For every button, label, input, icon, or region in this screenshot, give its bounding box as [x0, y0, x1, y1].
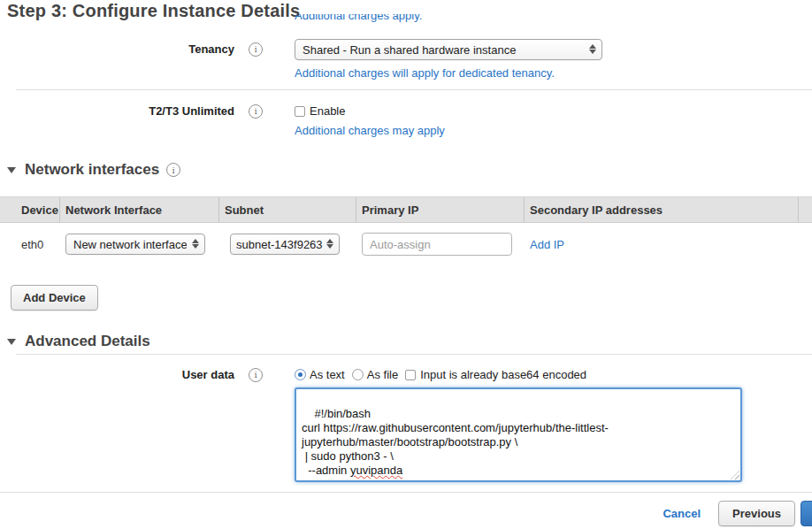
info-icon[interactable]: i [249, 368, 263, 382]
footer-bar: Cancel Previous [0, 501, 812, 526]
enable-checkbox-row[interactable]: Enable [295, 104, 345, 118]
as-file-label: As file [367, 368, 398, 381]
col-header-secondary-ip: Secondary IP addresses [525, 197, 799, 222]
enable-checkbox[interactable] [295, 106, 305, 117]
cancel-link[interactable]: Cancel [663, 507, 701, 520]
dedicated-tenancy-charges-link[interactable]: Additional charges will apply for dedica… [295, 66, 555, 80]
tenancy-row: Tenancy i Shared - Run a shared hardware… [0, 39, 812, 80]
network-interface-select-value: New network interface [66, 234, 187, 251]
base64-option[interactable]: Input is already base64 encoded [405, 368, 586, 381]
user-data-script: #!/bin/bash curl https://raw.githubuserc… [302, 407, 609, 463]
tenancy-select-value: Shared - Run a shared hardware instance [295, 40, 601, 57]
base64-label: Input is already base64 encoded [420, 368, 586, 381]
as-text-radio[interactable] [295, 369, 306, 380]
as-file-radio[interactable] [352, 369, 364, 380]
as-text-option[interactable]: As text [295, 368, 345, 381]
user-data-admin-prefix: --admin [302, 464, 350, 477]
advanced-details-section-header[interactable]: Advanced Details [7, 333, 157, 350]
tenancy-select[interactable]: Shared - Run a shared hardware instance [295, 39, 602, 60]
user-data-textarea[interactable]: #!/bin/bash curl https://raw.githubuserc… [295, 387, 742, 482]
divider [16, 354, 812, 355]
as-file-option[interactable]: As file [352, 368, 398, 381]
network-interface-select[interactable]: New network interface [65, 234, 205, 255]
select-stepper-icon [326, 238, 333, 249]
user-data-row: User data i As text As file Input is alr… [0, 364, 812, 382]
previous-button[interactable]: Previous [718, 501, 795, 526]
add-device-button[interactable]: Add Device [11, 285, 98, 310]
as-text-label: As text [310, 368, 345, 381]
enable-checkbox-label: Enable [310, 104, 345, 118]
collapse-triangle-icon[interactable] [7, 167, 16, 173]
info-icon[interactable]: i [249, 104, 263, 119]
col-header-primary-ip: Primary IP [356, 197, 525, 222]
device-cell: eth0 [16, 238, 60, 251]
subnet-select-value: subnet-143f9263 [231, 234, 339, 251]
base64-checkbox[interactable] [405, 370, 416, 380]
subnet-select[interactable]: subnet-143f9263 [230, 234, 340, 255]
select-stepper-icon [191, 238, 199, 249]
resize-grip-icon[interactable] [731, 471, 739, 479]
user-data-label: User data [182, 368, 234, 381]
info-icon[interactable]: i [249, 42, 263, 57]
configure-instance-page: Step 3: Configure Instance Details Addit… [0, 0, 812, 529]
advanced-details-title: Advanced Details [25, 333, 150, 350]
network-interfaces-title: Network interfaces [25, 161, 159, 179]
select-stepper-icon [588, 43, 596, 55]
t2t3-charges-link[interactable]: Additional charges may apply [295, 124, 445, 137]
info-icon[interactable]: i [166, 163, 180, 177]
t2t3-unlimited-label: T2/T3 Unlimited [149, 104, 234, 118]
table-header-row: Device Network Interface Subnet Primary … [0, 196, 812, 223]
t2t3-unlimited-row: T2/T3 Unlimited i Enable Additional char… [0, 101, 812, 137]
collapse-triangle-icon[interactable] [7, 339, 16, 345]
col-header-device: Device [16, 197, 60, 222]
next-button[interactable] [801, 501, 812, 526]
col-header-subnet: Subnet [219, 197, 356, 222]
divider [16, 89, 812, 90]
col-header-network-interface: Network Interface [60, 197, 219, 222]
additional-charges-apply-link[interactable]: Additional charges apply. [295, 14, 422, 22]
clipped-charges-link-wrap: Additional charges apply. [295, 14, 422, 27]
tenancy-label: Tenancy [188, 42, 234, 56]
divider [0, 492, 812, 493]
page-title: Step 3: Configure Instance Details [7, 1, 300, 21]
primary-ip-input[interactable] [362, 233, 512, 256]
network-interfaces-table: Device Network Interface Subnet Primary … [0, 196, 812, 265]
user-data-admin-word: yuvipanda [350, 464, 402, 477]
add-ip-link[interactable]: Add IP [530, 238, 564, 251]
table-row: eth0 New network interface subnet-143f92… [0, 223, 812, 265]
network-interfaces-section-header[interactable]: Network interfaces i [7, 161, 180, 179]
